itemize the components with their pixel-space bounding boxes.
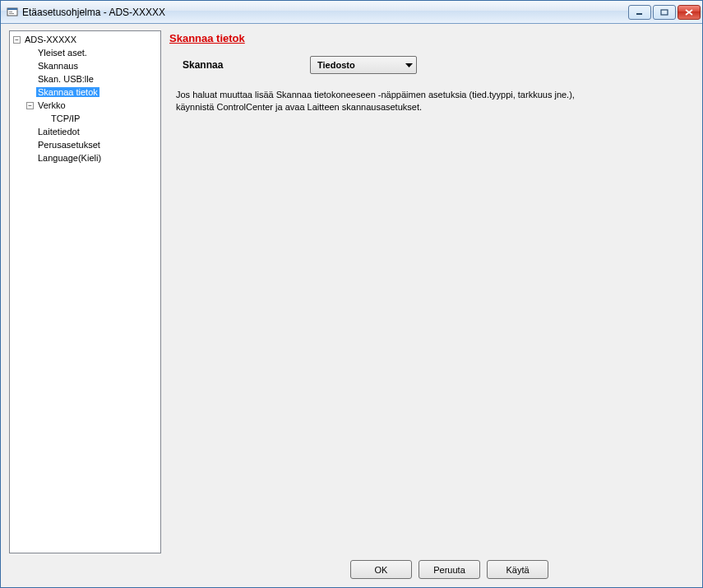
button-bar: OK Peruuta Käytä [350,553,694,579]
apply-button[interactable]: Käytä [487,560,548,579]
app-window: Etäasetusohjelma - ADS-XXXXX − ADS-XXXXX [0,0,703,588]
tree-node-root[interactable]: − ADS-XXXXX [10,33,160,46]
tree-node-skannaa-tietok[interactable]: Skannaa tietok [10,86,160,99]
tree-node-verkko[interactable]: − Verkko [10,99,160,112]
collapse-icon[interactable]: − [13,36,21,44]
tree-label-selected: Skannaa tietok [36,87,99,97]
nav-tree: − ADS-XXXXX Yleiset aset. Skannaus Skan.… [10,31,160,166]
ok-button[interactable]: OK [350,560,412,579]
content-area: − ADS-XXXXX Yleiset aset. Skannaus Skan.… [1,24,702,587]
svg-rect-1 [7,8,17,10]
skannaa-select[interactable]: Tiedosto [310,56,417,74]
window-title: Etäasetusohjelma - ADS-XXXXX [22,7,627,18]
svg-rect-4 [636,13,642,15]
tree-node-tcpip[interactable]: TCP/IP [10,112,160,125]
help-text-line1: Jos haluat muuttaa lisää Skannaa tietoko… [176,89,694,101]
tree-node-laitetiedot[interactable]: Laitetiedot [10,125,160,138]
tree-node-language[interactable]: Language(Kieli) [10,151,160,164]
tree-label: Skannaus [36,61,80,71]
chevron-down-icon [405,60,413,70]
maximize-button[interactable] [653,5,676,20]
nav-tree-panel: − ADS-XXXXX Yleiset aset. Skannaus Skan.… [9,30,161,553]
minimize-button[interactable] [628,5,651,20]
tree-label: Perusasetukset [36,140,102,150]
svg-rect-3 [9,13,14,14]
svg-rect-5 [661,10,668,15]
tree-label: Yleiset aset. [36,48,89,58]
tree-label: Laitetiedot [36,127,81,137]
titlebar: Etäasetusohjelma - ADS-XXXXX [1,1,702,24]
tree-node-perusasetukset[interactable]: Perusasetukset [10,138,160,151]
detail-panel: Skannaa tietok Skannaa Tiedosto Jos halu… [169,30,694,553]
tree-label-root: ADS-XXXXX [23,35,78,44]
form-row-skannaa: Skannaa Tiedosto [183,56,694,74]
tree-label: Language(Kieli) [36,153,103,163]
tree-label: TCP/IP [49,113,81,123]
tree-node-skan-usb[interactable]: Skan. USB:lle [10,72,160,86]
section-title: Skannaa tietok [169,32,694,44]
svg-rect-2 [9,12,12,12]
field-label-skannaa: Skannaa [183,59,310,71]
select-value: Tiedosto [317,60,355,70]
main-area: − ADS-XXXXX Yleiset aset. Skannaus Skan.… [9,30,694,553]
tree-node-yleiset[interactable]: Yleiset aset. [10,46,160,59]
collapse-icon[interactable]: − [26,102,34,109]
app-icon [6,6,19,19]
close-button[interactable] [678,5,701,20]
tree-label: Verkko [36,100,67,110]
tree-node-skannaus[interactable]: Skannaus [10,59,160,72]
tree-label: Skan. USB:lle [36,74,95,84]
help-text: Jos haluat muuttaa lisää Skannaa tietoko… [176,89,694,113]
help-text-line2: käynnistä ControlCenter ja avaa Laitteen… [176,101,694,113]
cancel-button[interactable]: Peruuta [419,560,480,579]
